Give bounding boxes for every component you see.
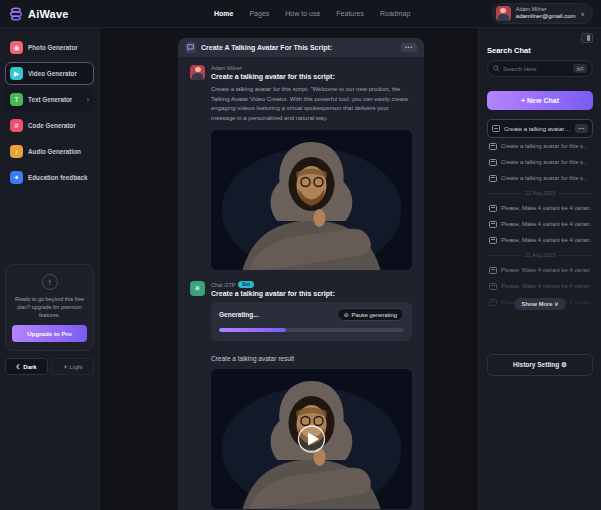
search-shortcut-badge: ⌘F — [573, 64, 587, 73]
new-chat-button[interactable]: + New Chat — [487, 91, 593, 110]
search-chat-title: Search Chat — [487, 46, 593, 55]
sidebar-item-text-generator[interactable]: TText Generator› — [5, 88, 94, 111]
profile-name: Adam Milner — [516, 6, 576, 13]
topnav-pages[interactable]: Pages — [249, 10, 269, 17]
chat-body: Adam Milner Create a talking avatar for … — [178, 57, 424, 510]
history-setting-button[interactable]: History Setting ⚙ — [487, 354, 593, 376]
chat-window-icon — [489, 283, 497, 290]
chat-panel: Create A Talking Avatar For This Script:… — [178, 38, 424, 510]
photo-generator-icon: ◉ — [10, 41, 23, 54]
chat-history-label: Please, Make 4 variant ke 4 varian — [501, 237, 591, 243]
text-generator-icon: T — [10, 93, 23, 106]
chat-window-icon — [489, 299, 497, 306]
chevron-down-icon: ∨ — [581, 10, 585, 17]
left-sidebar: ◉Photo Generator▶Video GeneratorTText Ge… — [0, 28, 100, 510]
chat-history-label: Create a talking avatar for this scrip — [501, 159, 591, 165]
user-message: Adam Milner Create a talking avatar for … — [190, 65, 412, 270]
bot-message: ✳ Chat GTP Bot Create a talking avatar f… — [190, 281, 412, 510]
theme-toggle: ☾ Dark ☀ Light — [5, 358, 94, 375]
sidebar-item-label: Photo Generator — [28, 44, 78, 51]
bot-avatar: ✳ — [190, 281, 205, 296]
brand-logo[interactable]: AiWave — [8, 6, 104, 22]
chat-history-item[interactable]: Create a talking avatar for this scrip — [487, 138, 593, 154]
profile-email: adamilner@gmail.com — [516, 13, 576, 21]
search-icon — [493, 65, 500, 72]
bot-message-title: Create a talking avatar for this script: — [211, 290, 412, 297]
active-chat-menu-button[interactable]: ••• — [575, 124, 588, 133]
avatar — [496, 6, 511, 21]
sidebar-item-audio-generation[interactable]: ♪Audio Generation — [5, 140, 94, 163]
chat-history-item[interactable]: Please, Make 4 variant ke 4 varian — [487, 216, 593, 232]
chat-history-item[interactable]: Please, Make 4 variant ke 4 varian — [487, 278, 593, 294]
sidebar-item-label: Video Generator — [28, 70, 77, 77]
chat-window-icon — [489, 205, 497, 212]
search-input[interactable] — [503, 66, 570, 72]
chat-window-icon — [489, 143, 497, 150]
chat-bubble-icon — [185, 42, 196, 53]
chat-header: Create A Talking Avatar For This Script:… — [178, 38, 424, 57]
topnav-features[interactable]: Features — [336, 10, 364, 17]
chat-window-icon — [489, 159, 497, 166]
chat-window-icon — [489, 237, 497, 244]
main-area: Create A Talking Avatar For This Script:… — [100, 28, 478, 510]
sidebar-item-label: Text Generator — [28, 96, 72, 103]
chat-history-item[interactable]: Create a talking avatar for this scrip — [487, 170, 593, 186]
chat-window-icon — [489, 221, 497, 228]
top-navigation: HomePagesHow to useFeaturesRoadmap — [214, 10, 410, 17]
upgrade-arrow-icon: ↑ — [42, 274, 58, 290]
theme-dark-button[interactable]: ☾ Dark — [5, 358, 48, 375]
chat-history-label: Please, Make 4 variant ke 4 varian — [501, 221, 591, 227]
code-generator-icon: # — [10, 119, 23, 132]
moon-icon: ☾ — [16, 364, 21, 370]
collapse-panel-icon[interactable] — [581, 33, 593, 43]
audio-generation-icon: ♪ — [10, 145, 23, 158]
chat-history-item[interactable]: Create a talking avatar for this scrip — [487, 154, 593, 170]
aiwave-logo-icon — [8, 6, 24, 22]
chat-menu-button[interactable]: ••• — [401, 43, 417, 52]
chat-history-item[interactable]: Please, Make 4 variant ke 4 varian — [487, 232, 593, 248]
hooded-man-illustration — [211, 369, 412, 509]
upgrade-to-pro-button[interactable]: Upgrade to Pro — [12, 325, 87, 342]
chat-history-list: Create a talking avatar for this scripCr… — [487, 138, 593, 310]
user-message-author: Adam Milner — [211, 65, 412, 71]
bot-name: Chat GTP — [211, 282, 235, 288]
chat-history-label: Please, Make 4 variant ke 4 varian — [501, 267, 591, 273]
theme-light-label: Light — [70, 364, 83, 370]
chat-title: Create A Talking Avatar For This Script: — [201, 44, 332, 51]
chat-window-icon — [489, 267, 497, 274]
topnav-roadmap[interactable]: Roadmap — [380, 10, 410, 17]
sidebar-item-code-generator[interactable]: #Code Generator — [5, 114, 94, 137]
pause-generating-button[interactable]: ⊘ Pause generating — [337, 308, 404, 321]
result-video-preview[interactable] — [211, 369, 412, 509]
generating-label: Generating... — [219, 311, 259, 318]
chat-history-label: Create a talking avatar for this scrip — [501, 143, 591, 149]
prompt-image — [211, 130, 412, 270]
sidebar-item-label: Code Generator — [28, 122, 76, 129]
chat-history-item[interactable]: Please, Make 4 variant ke 4 varian — [487, 262, 593, 278]
sidebar-item-education-feedback[interactable]: ✦Education feedback — [5, 166, 94, 189]
right-sidebar: Search Chat ⌘F + New Chat Create a talki… — [478, 28, 601, 510]
sidebar-item-photo-generator[interactable]: ◉Photo Generator — [5, 36, 94, 59]
show-more-button[interactable]: Show More ∨ — [514, 298, 567, 310]
topnav-home[interactable]: Home — [214, 10, 233, 17]
chat-history-label: Please, Make 4 variant ke 4 varian — [501, 283, 591, 289]
pause-icon: ⊘ — [344, 312, 349, 318]
upgrade-card: ↑ Ready to go beyond this free plan? upg… — [5, 264, 94, 351]
active-chat-label: Create a talking avatar for this scrip — [504, 126, 571, 132]
profile-menu[interactable]: Adam Milner adamilner@gmail.com ∨ — [492, 3, 593, 24]
chat-history-label: Please, Make 4 variant ke 4 varian — [501, 205, 591, 211]
active-chat-item[interactable]: Create a talking avatar for this scrip •… — [487, 119, 593, 138]
upgrade-text: Ready to go beyond this free plan? upgra… — [12, 295, 87, 319]
bot-message-author: Chat GTP Bot — [211, 281, 412, 288]
chevron-right-icon: › — [87, 96, 89, 103]
sidebar-item-label: Audio Generation — [28, 148, 81, 155]
sidebar-item-video-generator[interactable]: ▶Video Generator — [5, 62, 94, 85]
theme-light-button[interactable]: ☀ Light — [51, 358, 94, 375]
generating-progress-fill — [219, 328, 286, 332]
generator-menu: ◉Photo Generator▶Video GeneratorTText Ge… — [5, 36, 94, 192]
topnav-how-to-use[interactable]: How to use — [285, 10, 320, 17]
chat-history-item[interactable]: Please, Make 4 variant ke 4 varian — [487, 200, 593, 216]
user-message-title: Create a talking avatar for this script: — [211, 73, 412, 80]
chat-window-icon — [492, 125, 500, 132]
chat-history-label: Create a talking avatar for this scrip — [501, 175, 591, 181]
